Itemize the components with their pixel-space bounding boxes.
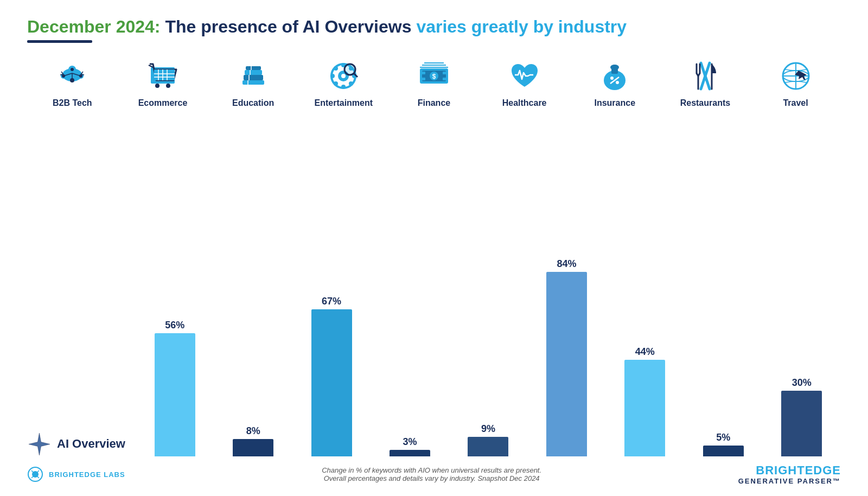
bar-pct-education: 67% — [322, 296, 341, 307]
footer-brand-sub: GENERATIVE PARSER™ — [738, 477, 841, 485]
bar-col-ecommerce: 8% — [233, 250, 273, 456]
b2b-tech-label: B2B Tech — [53, 98, 92, 108]
bar-rect-ecommerce — [233, 439, 273, 456]
industry-finance: $ Finance — [391, 57, 477, 108]
travel-icon — [777, 57, 815, 95]
main-title: December 2024: The presence of AI Overvi… — [27, 16, 841, 37]
ecommerce-label: Ecommerce — [138, 98, 188, 108]
insurance-icon — [596, 57, 634, 95]
ai-overview-legend: AI Overview — [27, 432, 136, 456]
bar-col-b2b-tech: 56% — [155, 250, 195, 456]
svg-rect-30 — [245, 70, 262, 75]
footer-logo-text: BRIGHTEDGE LABS — [49, 470, 125, 479]
industry-education: Education — [210, 57, 297, 108]
svg-point-10 — [71, 68, 74, 71]
footer-center-line2: Overall percentages and details vary by … — [322, 474, 541, 482]
bar-pct-healthcare: 84% — [557, 258, 576, 270]
finance-label: Finance — [418, 98, 450, 108]
svg-point-38 — [341, 74, 346, 78]
education-icon — [234, 57, 272, 95]
footer-brand-name: BRIGHTEDGE — [738, 464, 841, 477]
bar-rect-education — [311, 309, 352, 456]
main-container: December 2024: The presence of AI Overvi… — [0, 0, 868, 496]
brightedge-labs-logo-icon — [27, 466, 43, 482]
svg-point-62 — [610, 65, 619, 70]
bar-col-finance: 9% — [468, 250, 508, 456]
bar-pct-ecommerce: 8% — [246, 425, 260, 437]
svg-point-46 — [334, 81, 338, 86]
svg-point-7 — [70, 78, 74, 82]
svg-point-64 — [616, 81, 619, 84]
title-varies: varies greatly by industry — [416, 17, 627, 36]
chart-area: AI Overview 56%8%67%3%9%84%44%5%30% — [27, 113, 841, 456]
bar-rect-b2b-tech — [155, 333, 195, 456]
industry-ecommerce: Ecommerce — [119, 57, 206, 108]
bar-rect-travel — [781, 391, 822, 456]
footer-center: Change in % of keywords with AIO when un… — [322, 466, 541, 482]
industry-travel: Travel — [752, 57, 839, 108]
industry-insurance: Insurance — [571, 57, 658, 108]
bar-group-insurance: 44% — [606, 250, 684, 456]
footer-right: BRIGHTEDGE GENERATIVE PARSER™ — [738, 464, 841, 485]
svg-rect-55 — [421, 78, 425, 80]
title-december: December 2024: — [27, 17, 160, 36]
bar-col-entertainment: 3% — [390, 250, 430, 456]
svg-rect-28 — [242, 80, 264, 85]
entertainment-icon — [324, 57, 362, 95]
bar-rect-finance — [468, 437, 508, 456]
bar-group-ecommerce: 8% — [214, 250, 292, 456]
svg-line-14 — [81, 74, 84, 75]
bar-col-travel: 30% — [781, 250, 822, 456]
industry-b2b-tech: B2B Tech — [29, 57, 116, 108]
icons-row: B2B Tech — [27, 57, 841, 108]
education-label: Education — [232, 98, 274, 108]
svg-rect-54 — [443, 72, 447, 74]
travel-label: Travel — [783, 98, 808, 108]
industry-healthcare: Healthcare — [481, 57, 568, 108]
bar-col-education: 67% — [311, 250, 352, 456]
bar-col-restaurants: 5% — [703, 250, 744, 456]
bar-pct-entertainment: 3% — [403, 436, 417, 448]
bar-rect-restaurants — [703, 446, 744, 456]
svg-point-44 — [349, 81, 353, 86]
bar-pct-b2b-tech: 56% — [165, 320, 184, 331]
insurance-label: Insurance — [594, 98, 635, 108]
industry-restaurants: Restaurants — [662, 57, 749, 108]
bar-group-education: 67% — [292, 250, 371, 456]
bar-group-entertainment: 3% — [371, 250, 449, 456]
svg-text:$: $ — [432, 73, 436, 80]
b2b-tech-icon — [53, 57, 91, 95]
bar-col-healthcare: 84% — [546, 250, 587, 456]
svg-rect-56 — [443, 78, 447, 80]
title-section: December 2024: The presence of AI Overvi… — [27, 16, 841, 53]
industry-entertainment: Entertainment — [300, 57, 387, 108]
bar-group-travel: 30% — [763, 250, 841, 456]
bar-col-insurance: 44% — [624, 250, 665, 456]
restaurants-icon — [686, 57, 724, 95]
svg-rect-53 — [421, 72, 425, 74]
footer: BRIGHTEDGE LABS Change in % of keywords … — [27, 456, 841, 485]
bar-pct-restaurants: 5% — [716, 432, 730, 443]
bar-group-finance: 9% — [449, 250, 527, 456]
healthcare-icon — [506, 57, 544, 95]
finance-icon: $ — [415, 57, 453, 95]
bar-rect-healthcare — [546, 272, 587, 456]
svg-point-40 — [341, 85, 346, 89]
ecommerce-icon — [144, 57, 182, 95]
bar-group-healthcare: 84% — [527, 250, 605, 456]
bar-group-b2b-tech: 56% — [136, 250, 214, 456]
entertainment-label: Entertainment — [315, 98, 373, 108]
title-ai-overviews: The presence of AI Overviews — [165, 17, 416, 36]
bar-rect-insurance — [624, 360, 665, 456]
bar-pct-insurance: 44% — [635, 346, 655, 358]
svg-rect-31 — [246, 66, 261, 70]
svg-rect-29 — [244, 75, 263, 80]
ai-overview-text: AI Overview — [57, 437, 125, 451]
svg-point-43 — [334, 66, 338, 71]
bar-pct-finance: 9% — [481, 423, 495, 435]
bar-pct-travel: 30% — [792, 377, 812, 389]
ai-star-icon — [27, 432, 52, 456]
svg-rect-22 — [154, 69, 175, 80]
bar-group-restaurants: 5% — [684, 250, 762, 456]
svg-point-19 — [155, 84, 159, 88]
